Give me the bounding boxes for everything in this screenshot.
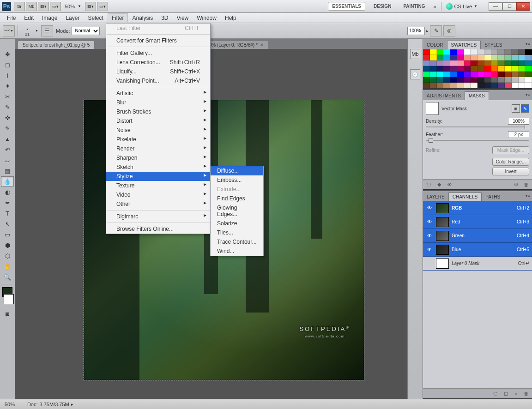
- stylize-diffuse[interactable]: Diffuse...: [211, 166, 263, 175]
- swatch[interactable]: [491, 83, 498, 88]
- stylize-solarize[interactable]: Solarize: [211, 219, 263, 228]
- stylize-wind[interactable]: Wind...: [211, 247, 263, 256]
- swatch[interactable]: [464, 55, 471, 60]
- filter-last[interactable]: Last FilterCtrl+F: [106, 24, 210, 33]
- menu-layer[interactable]: Layer: [61, 13, 84, 23]
- filter-liquify[interactable]: Liquify...Shift+Ctrl+X: [106, 67, 210, 76]
- filter-digimarc[interactable]: Digimarc▶: [106, 212, 210, 221]
- swatch[interactable]: [450, 77, 457, 83]
- swatch[interactable]: [437, 60, 444, 66]
- 3d-tool[interactable]: ⬢: [1, 240, 14, 250]
- swatch[interactable]: [478, 66, 484, 72]
- swatch[interactable]: [505, 60, 512, 66]
- delete-mask-icon[interactable]: 🗑: [523, 181, 529, 188]
- swatch[interactable]: [519, 49, 526, 55]
- healing-tool[interactable]: ✜: [1, 113, 14, 123]
- filter-vanishing-point[interactable]: Vanishing Point...Alt+Ctrl+V: [106, 76, 210, 85]
- swatch[interactable]: [519, 77, 526, 83]
- camera-tool[interactable]: ⬡: [1, 251, 14, 261]
- swatch[interactable]: [464, 66, 471, 72]
- swatch[interactable]: [471, 55, 478, 60]
- stylize-trace-contour[interactable]: Trace Contour...: [211, 237, 263, 247]
- swatch[interactable]: [478, 60, 484, 66]
- swatch[interactable]: [437, 55, 444, 60]
- zoom-display[interactable]: 50%: [65, 4, 75, 9]
- filter-stylize[interactable]: Stylize▶: [106, 172, 210, 181]
- status-zoom[interactable]: 50%: [5, 402, 15, 407]
- brush-picker[interactable]: ● 21 ▼: [21, 25, 38, 36]
- swatch[interactable]: [437, 77, 444, 83]
- save-selection-icon[interactable]: ◻: [502, 391, 509, 397]
- filter-distort[interactable]: Distort▶: [106, 116, 210, 126]
- bridge-button[interactable]: Br: [14, 2, 25, 11]
- minibridge-icon[interactable]: Mb: [410, 49, 420, 59]
- layers-tab[interactable]: LAYERS: [423, 193, 448, 201]
- filter-other[interactable]: Other▶: [106, 199, 210, 209]
- move-tool[interactable]: ✥: [1, 49, 14, 59]
- filter-gallery[interactable]: Filter Gallery...: [106, 48, 210, 58]
- filter-sharpen[interactable]: Sharpen▶: [106, 153, 210, 162]
- paths-tab[interactable]: PATHS: [482, 193, 504, 201]
- swatch[interactable]: [443, 77, 450, 83]
- swatch[interactable]: [437, 72, 444, 77]
- swatch[interactable]: [430, 66, 437, 72]
- swatch[interactable]: [464, 72, 471, 77]
- filter-artistic[interactable]: Artistic▶: [106, 89, 210, 98]
- swatch[interactable]: [505, 49, 512, 55]
- lasso-tool[interactable]: ⌇: [1, 70, 14, 80]
- swatch[interactable]: [423, 55, 430, 60]
- swatch[interactable]: [512, 49, 519, 55]
- menu-file[interactable]: File: [3, 13, 20, 23]
- swatch[interactable]: [484, 77, 491, 83]
- swatch[interactable]: [505, 66, 512, 72]
- swatch[interactable]: [498, 77, 505, 83]
- swatch[interactable]: [512, 55, 519, 60]
- zoom-dropdown-icon[interactable]: ▼: [78, 4, 81, 8]
- history-brush-tool[interactable]: ↶: [1, 144, 14, 155]
- swatch[interactable]: [443, 55, 450, 60]
- type-tool[interactable]: T: [1, 208, 14, 218]
- swatch[interactable]: [450, 72, 457, 77]
- brush-tool[interactable]: ✎: [1, 123, 14, 133]
- swatch[interactable]: [423, 60, 430, 66]
- gradient-tool[interactable]: ▦: [1, 166, 14, 176]
- close-button[interactable]: ✕: [516, 2, 530, 11]
- swatch[interactable]: [471, 60, 478, 66]
- channel-blue[interactable]: 👁 Blue Ctrl+5: [423, 243, 532, 257]
- swatch[interactable]: [484, 49, 491, 55]
- hand-tool-button[interactable]: ▦▾: [85, 2, 96, 11]
- swatch[interactable]: [498, 66, 505, 72]
- close-icon[interactable]: ×: [260, 42, 263, 48]
- swatch[interactable]: [498, 55, 505, 60]
- eye-icon[interactable]: 👁: [426, 219, 433, 224]
- eye-icon[interactable]: 👁: [426, 233, 433, 238]
- panel-menu-icon[interactable]: ▾≡: [526, 42, 530, 46]
- menu-view[interactable]: View: [172, 13, 193, 23]
- wand-tool[interactable]: ✦: [1, 81, 14, 91]
- density-value[interactable]: 100%: [508, 118, 529, 125]
- swatch[interactable]: [484, 72, 491, 77]
- filter-sketch[interactable]: Sketch▶: [106, 162, 210, 172]
- pixel-mask-button[interactable]: ◙: [512, 104, 520, 113]
- swatch[interactable]: [498, 83, 505, 88]
- swatch[interactable]: [430, 49, 437, 55]
- swatches-body[interactable]: [423, 49, 532, 88]
- swatch[interactable]: [443, 60, 450, 66]
- menu-select[interactable]: Select: [84, 13, 107, 23]
- swatch[interactable]: [519, 83, 526, 88]
- eye-icon[interactable]: 👁: [426, 205, 433, 211]
- filter-browse-online[interactable]: Browse Filters Online...: [106, 224, 210, 234]
- swatch[interactable]: [505, 83, 512, 88]
- swatch[interactable]: [443, 72, 450, 77]
- swatch[interactable]: [512, 72, 519, 77]
- feather-value[interactable]: 2 px: [508, 131, 529, 138]
- swatch[interactable]: [430, 60, 437, 66]
- swatch[interactable]: [491, 49, 498, 55]
- swatch[interactable]: [471, 83, 478, 88]
- mask-thumbnail[interactable]: [426, 102, 439, 115]
- target-button[interactable]: ◎: [443, 25, 455, 36]
- channels-tab[interactable]: CHANNELS: [448, 192, 482, 201]
- channel-green[interactable]: 👁 Green Ctrl+4: [423, 229, 532, 243]
- swatch[interactable]: [519, 72, 526, 77]
- styles-tab[interactable]: STYLES: [481, 41, 506, 49]
